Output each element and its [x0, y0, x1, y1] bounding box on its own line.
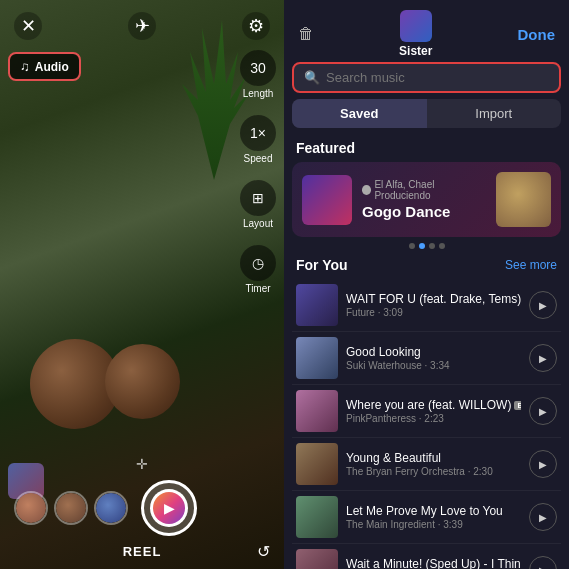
reels-icon: ▶ — [153, 492, 185, 524]
song-item[interactable]: Young & Beautiful The Bryan Ferry Orches… — [292, 438, 561, 491]
song-info: WAIT FOR U (feat. Drake, Tems) E Future … — [346, 292, 521, 318]
focus-icon: ✛ — [136, 456, 148, 472]
music-top-bar: 🗑 Sister Done — [284, 0, 569, 62]
song-album-art — [296, 337, 338, 379]
songs-list: WAIT FOR U (feat. Drake, Tems) E Future … — [284, 279, 569, 569]
song-meta: Suki Waterhouse · 3:34 — [346, 360, 521, 371]
song-title: Wait a Minute! (Sped Up) - I Think I Lef… — [346, 557, 521, 569]
song-album-art — [296, 549, 338, 569]
featured-artist: El Alfa, Chael Produciendo — [362, 179, 486, 201]
song-info: Where you are (feat. WILLOW) E PinkPanth… — [346, 398, 521, 424]
play-button[interactable]: ▶ — [529, 556, 557, 569]
camera-panel: ✕ ✈ ⚙ ♫ Audio 30 Length 1× Speed ⊞ Layou… — [0, 0, 284, 569]
speed-icon: 1× — [240, 115, 276, 151]
song-meta: Future · 3:09 — [346, 307, 521, 318]
length-label: Length — [243, 88, 274, 99]
song-info: Let Me Prove My Love to You The Main Ing… — [346, 504, 521, 530]
dot-2 — [419, 243, 425, 249]
bottom-icons-row: ▶ — [14, 480, 270, 536]
song-info: Good Looking Suki Waterhouse · 3:34 — [346, 345, 521, 371]
song-title: Let Me Prove My Love to You — [346, 504, 521, 518]
dot-4 — [439, 243, 445, 249]
music-note-icon: ♫ — [20, 59, 30, 74]
song-item[interactable]: Good Looking Suki Waterhouse · 3:34 ▶ — [292, 332, 561, 385]
length-tool[interactable]: 30 Length — [240, 50, 276, 99]
song-meta: The Bryan Ferry Orchestra · 2:30 — [346, 466, 521, 477]
featured-art-right — [496, 172, 551, 227]
song-meta: The Main Ingredient · 3:39 — [346, 519, 521, 530]
layout-icon: ⊞ — [240, 180, 276, 216]
layout-label: Layout — [243, 218, 273, 229]
settings-icon[interactable]: ⚙ — [242, 12, 270, 40]
tab-saved[interactable]: Saved — [292, 99, 427, 128]
close-button[interactable]: ✕ — [14, 12, 42, 40]
sister-name: Sister — [399, 44, 432, 58]
tab-import[interactable]: Import — [427, 99, 562, 128]
refresh-button[interactable]: ↺ — [257, 542, 270, 561]
featured-title: Gogo Dance — [362, 203, 486, 220]
speed-label: Speed — [244, 153, 273, 164]
sister-section: Sister — [399, 10, 432, 58]
song-item[interactable]: Where you are (feat. WILLOW) E PinkPanth… — [292, 385, 561, 438]
for-you-title: For You — [296, 257, 348, 273]
song-meta: PinkPantheress · 2:23 — [346, 413, 521, 424]
wooden-ball-right — [105, 344, 180, 419]
tabs-row: Saved Import — [292, 99, 561, 128]
search-icon: 🔍 — [304, 70, 320, 85]
done-button[interactable]: Done — [517, 26, 555, 43]
explicit-badge: E — [514, 401, 521, 410]
timer-label: Timer — [245, 283, 270, 294]
camera-toolbar: 30 Length 1× Speed ⊞ Layout ◷ Timer — [240, 50, 276, 294]
featured-card[interactable]: El Alfa, Chael Produciendo Gogo Dance — [292, 162, 561, 237]
song-title: Young & Beautiful — [346, 451, 521, 465]
song-title: WAIT FOR U (feat. Drake, Tems) E — [346, 292, 521, 306]
play-button[interactable]: ▶ — [529, 397, 557, 425]
story-bubble-3[interactable] — [94, 491, 128, 525]
carousel-dots — [284, 243, 569, 249]
length-icon: 30 — [240, 50, 276, 86]
song-info: Wait a Minute! (Sped Up) - I Think I Lef… — [346, 557, 521, 569]
play-button[interactable]: ▶ — [529, 503, 557, 531]
audio-label: Audio — [35, 60, 69, 74]
story-bubble-2[interactable] — [54, 491, 88, 525]
song-item[interactable]: Wait a Minute! (Sped Up) - I Think I Lef… — [292, 544, 561, 569]
search-bar[interactable]: 🔍 — [292, 62, 561, 93]
story-bubble-1[interactable] — [14, 491, 48, 525]
play-button[interactable]: ▶ — [529, 291, 557, 319]
song-album-art — [296, 496, 338, 538]
song-item[interactable]: Let Me Prove My Love to You The Main Ing… — [292, 491, 561, 544]
bottom-label-row: REEL ↺ — [14, 544, 270, 559]
song-item[interactable]: WAIT FOR U (feat. Drake, Tems) E Future … — [292, 279, 561, 332]
dot-1 — [409, 243, 415, 249]
speed-tool[interactable]: 1× Speed — [240, 115, 276, 164]
featured-section-title: Featured — [284, 136, 569, 162]
story-bubbles — [14, 491, 128, 525]
featured-info: El Alfa, Chael Produciendo Gogo Dance — [362, 179, 486, 220]
song-title: Good Looking — [346, 345, 521, 359]
song-album-art — [296, 443, 338, 485]
play-button[interactable]: ▶ — [529, 344, 557, 372]
capture-button[interactable]: ▶ — [141, 480, 197, 536]
sister-avatar — [400, 10, 432, 42]
reel-label: REEL — [123, 544, 162, 559]
audio-button[interactable]: ♫ Audio — [8, 52, 81, 81]
play-button[interactable]: ▶ — [529, 450, 557, 478]
camera-bottom-bar: ✛ ▶ REEL ↺ — [0, 446, 284, 569]
featured-album-art — [302, 175, 352, 225]
music-panel: 🗑 Sister Done 🔍 Saved Import Featured El… — [284, 0, 569, 569]
song-album-art — [296, 390, 338, 432]
capture-button-inner: ▶ — [150, 489, 188, 527]
layout-tool[interactable]: ⊞ Layout — [240, 180, 276, 229]
trash-icon[interactable]: 🗑 — [298, 25, 314, 43]
dot-3 — [429, 243, 435, 249]
search-input[interactable] — [326, 70, 549, 85]
for-you-header: For You See more — [284, 255, 569, 279]
see-more-button[interactable]: See more — [505, 258, 557, 272]
flash-icon[interactable]: ✈ — [128, 12, 156, 40]
timer-icon: ◷ — [240, 245, 276, 281]
song-info: Young & Beautiful The Bryan Ferry Orches… — [346, 451, 521, 477]
song-album-art — [296, 284, 338, 326]
timer-tool[interactable]: ◷ Timer — [240, 245, 276, 294]
camera-top-bar: ✕ ✈ ⚙ — [0, 0, 284, 52]
song-title: Where you are (feat. WILLOW) E — [346, 398, 521, 412]
